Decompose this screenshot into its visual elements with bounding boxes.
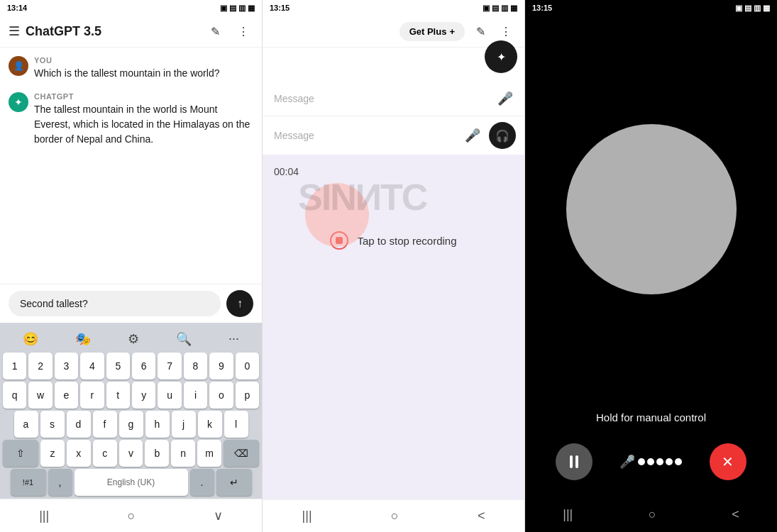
headphone-button[interactable]: 🎧 [489,122,516,149]
key-a[interactable]: a [14,411,38,438]
more-options-icon[interactable]: ⋮ [233,21,253,41]
sticker-btn[interactable]: 🎭 [71,330,95,348]
comma-key[interactable]: , [48,469,72,496]
recents-btn[interactable]: ||| [25,506,63,526]
settings-btn[interactable]: ⚙ [123,330,143,348]
manual-control-label: Hold for manual control [525,403,777,432]
edit-icon-2[interactable]: ✎ [470,21,490,41]
mic-icon-2[interactable]: 🎤 [462,125,483,146]
key-row-bottom: !#1 , English (UK) . ↵ [3,469,259,496]
message-placeholder-2[interactable]: Message [271,124,456,147]
emoji-btn[interactable]: 😊 [18,330,43,348]
input-row: ↑ [0,284,262,323]
app-title: ChatGPT 3.5 [26,24,199,39]
back-btn[interactable]: ∨ [199,505,237,526]
end-call-button[interactable]: ✕ [710,443,746,480]
recents-btn-3[interactable]: ||| [551,504,584,525]
key-h[interactable]: h [145,411,170,438]
key-u[interactable]: u [158,382,181,409]
key-4[interactable]: 4 [80,353,104,379]
message-input[interactable] [9,291,221,316]
get-plus-button[interactable]: Get Plus + [399,22,465,41]
key-f[interactable]: f [93,411,117,438]
recording-stop-row: Tap to stop recording [274,231,513,250]
status-bar-1: 13:14 ▣ ▤ ▥ ▦ [0,0,262,16]
send-button[interactable]: ↑ [226,290,253,317]
key-l[interactable]: l [224,411,248,438]
key-5[interactable]: 5 [106,353,130,379]
back-btn-3[interactable]: < [720,504,751,525]
home-btn-3[interactable]: ○ [637,504,668,525]
space-key[interactable]: English (UK) [75,469,188,496]
wave-dot-2 [647,458,654,465]
key-row-asdf: a s d f g h j k l [3,411,259,438]
key-t[interactable]: t [106,382,130,409]
key-9[interactable]: 9 [209,353,233,379]
key-3[interactable]: 3 [55,353,78,379]
key-1[interactable]: 1 [3,353,26,379]
pause-button[interactable] [556,443,593,480]
more-btn[interactable]: ··· [224,330,243,348]
shift-key[interactable]: ⇧ [3,440,38,467]
edit-icon[interactable]: ✎ [205,21,225,41]
nav-bar-2: ||| ○ < [263,499,524,532]
message-you: 👤 YOU Which is the tallest mountain in t… [9,56,253,81]
key-z[interactable]: z [40,440,65,467]
more-options-icon-2[interactable]: ⋮ [496,21,516,41]
keyboard-toolbar: 😊 🎭 ⚙ 🔍 ··· [1,326,260,353]
key-d[interactable]: d [67,411,91,438]
keyboard: 😊 🎭 ⚙ 🔍 ··· 1 2 3 4 5 6 7 8 9 0 q [0,323,262,499]
voice-call-panel: 13:15 ▣ ▤ ▥ ▦ Hold for manual control 🎤 [525,0,777,532]
home-btn-2[interactable]: ○ [377,506,413,526]
key-0[interactable]: 0 [236,353,259,379]
key-g[interactable]: g [119,411,143,438]
time-1: 13:14 [7,4,27,12]
mic-icon-3: 🎤 [619,454,635,470]
key-q[interactable]: q [3,382,26,409]
status-bar-2: 13:15 ▣ ▤ ▥ ▦ [263,0,524,16]
symbol-key[interactable]: !#1 [11,469,46,496]
key-n[interactable]: n [171,440,195,467]
status-icons-3: ▣ ▤ ▥ ▦ [735,4,770,13]
mic-icon-1[interactable]: 🎤 [495,88,516,109]
message-row-1: Message 🎤 [263,82,524,116]
key-s[interactable]: s [40,411,65,438]
back-btn-2[interactable]: < [463,506,500,526]
key-w[interactable]: w [28,382,52,409]
key-p[interactable]: p [236,382,259,409]
key-o[interactable]: o [209,382,233,409]
delete-key[interactable]: ⌫ [224,440,259,467]
period-key[interactable]: . [190,469,214,496]
message-you-content: YOU Which is the tallest mountain in the… [34,56,253,81]
recents-btn-2[interactable]: ||| [288,506,326,526]
message-row-2: Message 🎤 🎧 [263,116,524,155]
search-btn[interactable]: 🔍 [172,330,196,348]
hamburger-icon[interactable]: ☰ [9,23,20,39]
key-row-numbers: 1 2 3 4 5 6 7 8 9 0 [3,353,259,379]
chatgpt-logo-button[interactable]: ✦ [485,40,517,73]
key-e[interactable]: e [55,382,78,409]
key-i[interactable]: i [184,382,207,409]
key-k[interactable]: k [198,411,222,438]
key-8[interactable]: 8 [184,353,207,379]
recording-timer: 00:04 [274,166,299,177]
key-v[interactable]: v [119,440,143,467]
key-c[interactable]: c [93,440,117,467]
mic-dots-row: 🎤 [619,454,682,470]
key-r[interactable]: r [80,382,104,409]
enter-key[interactable]: ↵ [216,469,252,496]
key-2[interactable]: 2 [28,353,52,379]
key-j[interactable]: j [172,411,196,438]
key-b[interactable]: b [145,440,169,467]
home-btn[interactable]: ○ [114,506,150,526]
key-7[interactable]: 7 [158,353,181,379]
status-icons-1: ▣ ▤ ▥ ▦ [220,4,255,13]
key-6[interactable]: 6 [132,353,155,379]
key-m[interactable]: m [197,440,221,467]
avatar-you: 👤 [9,56,28,76]
key-y[interactable]: y [132,382,155,409]
you-label: YOU [34,56,253,65]
stop-label[interactable]: Tap to stop recording [357,235,456,247]
key-x[interactable]: x [67,440,91,467]
message-placeholder-1[interactable]: Message [271,87,489,110]
